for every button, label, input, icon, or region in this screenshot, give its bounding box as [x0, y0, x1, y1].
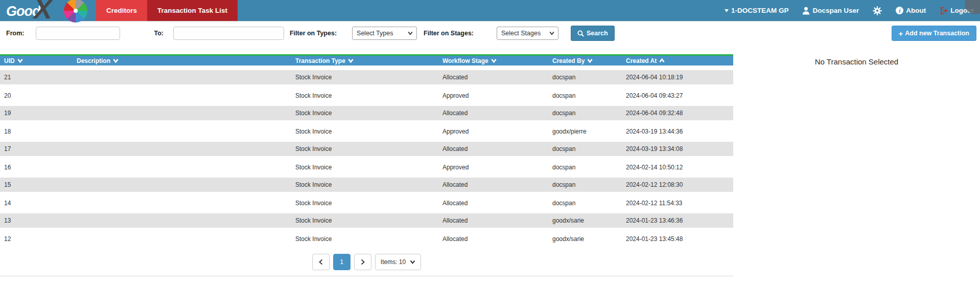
- sort-down-icon: [17, 58, 23, 63]
- table-row[interactable]: 15Stock InvoiceAllocateddocspan2024-02-1…: [0, 176, 733, 194]
- empty-state-text: No Transaction Selected: [815, 57, 898, 66]
- sort-down-icon: [491, 58, 497, 63]
- cell-stage: Approved: [438, 92, 548, 99]
- pagination: 1 Items: 10: [0, 254, 733, 270]
- add-new-transaction-button[interactable]: + Add new Transaction: [892, 26, 976, 41]
- table-row[interactable]: 21Stock InvoiceAllocateddocspan2024-06-0…: [0, 69, 733, 86]
- table-header-row: UIDDescriptionTransaction TypeWorkflow S…: [0, 54, 733, 65]
- chevron-down-icon: [410, 260, 415, 264]
- cell-type: Stock Invoice: [291, 74, 438, 81]
- column-header-created-at[interactable]: Created At: [622, 57, 733, 64]
- entity-selector[interactable]: 1-DOCSTEAM GP: [725, 7, 789, 14]
- plus-icon: +: [899, 30, 903, 37]
- column-header-uid[interactable]: UID: [0, 57, 73, 64]
- page-number-button[interactable]: 1: [333, 254, 351, 270]
- cell-created_by: goodx/sarie: [548, 235, 622, 243]
- cell-type: Stock Invoice: [291, 145, 438, 152]
- cell-stage: Allocated: [438, 200, 548, 207]
- cell-created_at: 2024-06-04 09:43:27: [622, 92, 733, 99]
- tab-transaction-task-list-label: Transaction Task List: [157, 7, 227, 14]
- table-row[interactable]: 18Stock InvoiceApprovedgoodx/pierre2024-…: [0, 122, 733, 140]
- info-icon: i: [896, 7, 903, 14]
- table-row[interactable]: 17Stock InvoiceAllocateddocspan2024-03-1…: [0, 140, 733, 158]
- cell-created_by: docspan: [548, 200, 622, 207]
- from-date-input[interactable]: [36, 27, 120, 40]
- from-label: From:: [6, 30, 24, 37]
- cell-type: Stock Invoice: [291, 110, 438, 117]
- cell-created_at: 2024-01-23 13:46:36: [622, 217, 733, 224]
- cell-stage: Approved: [438, 164, 548, 171]
- cell-uid: 19: [0, 110, 73, 117]
- top-header-bar: Good X Creditors Transaction Task List 1…: [0, 0, 980, 21]
- goodx-pinwheel-logo-icon: [64, 0, 87, 23]
- search-button-label: Search: [587, 30, 608, 37]
- cell-uid: 20: [0, 92, 73, 99]
- column-header-label: Description: [77, 57, 110, 64]
- table-row[interactable]: 16Stock InvoiceApproveddocspan2024-02-14…: [0, 158, 733, 176]
- types-select-value: Select Types: [357, 30, 393, 37]
- cell-uid: 17: [0, 145, 73, 152]
- cell-uid: 16: [0, 164, 73, 171]
- tab-creditors[interactable]: Creditors: [96, 0, 147, 21]
- stages-select-value: Select Stages: [501, 30, 541, 37]
- filter-types-label: Filter on Types:: [290, 30, 337, 37]
- chevron-down-icon: [408, 31, 413, 35]
- cell-created_at: 2024-03-19 13:34:08: [622, 145, 733, 152]
- table-row[interactable]: 13Stock InvoiceAllocatedgoodx/sarie2024-…: [0, 212, 733, 230]
- cell-created_at: 2024-03-19 13:44:36: [622, 128, 733, 135]
- cell-stage: Allocated: [438, 145, 548, 152]
- search-button[interactable]: Search: [571, 26, 615, 41]
- chevron-left-icon: [318, 259, 323, 265]
- cell-stage: Approved: [438, 128, 548, 135]
- types-select[interactable]: Select Types: [352, 27, 417, 40]
- column-header-workflow-stage[interactable]: Workflow Stage: [438, 57, 548, 64]
- cell-type: Stock Invoice: [291, 235, 438, 243]
- settings-button[interactable]: [873, 6, 882, 15]
- tab-transaction-task-list[interactable]: Transaction Task List: [147, 0, 238, 21]
- cell-created_by: docspan: [548, 145, 622, 152]
- cell-uid: 13: [0, 217, 73, 224]
- cell-uid: 14: [0, 200, 73, 207]
- cell-uid: 12: [0, 235, 73, 243]
- cell-created_by: docspan: [548, 110, 622, 117]
- column-header-label: Transaction Type: [295, 57, 345, 64]
- about-label: About: [906, 7, 926, 14]
- cell-type: Stock Invoice: [291, 128, 438, 135]
- user-menu[interactable]: Docspan User: [802, 7, 859, 15]
- column-header-description[interactable]: Description: [73, 57, 291, 64]
- about-button[interactable]: i About: [896, 7, 926, 14]
- cell-created_by: goodx/pierre: [548, 128, 622, 135]
- table-row[interactable]: 20Stock InvoiceApproveddocspan2024-06-04…: [0, 86, 733, 104]
- table-row[interactable]: 12Stock InvoiceAllocatedgoodx/sarie2024-…: [0, 230, 733, 248]
- column-header-label: Created By: [552, 57, 585, 64]
- transaction-list-panel: UIDDescriptionTransaction TypeWorkflow S…: [0, 45, 733, 276]
- panel-bottom-divider: [0, 276, 733, 276]
- column-header-transaction-type[interactable]: Transaction Type: [291, 57, 438, 64]
- to-label: To:: [154, 30, 164, 37]
- sort-down-icon: [113, 58, 119, 63]
- table-body: 21Stock InvoiceAllocateddocspan2024-06-0…: [0, 69, 733, 248]
- filter-toolbar: From: To: Filter on Types: Select Types …: [0, 21, 980, 45]
- cell-created_by: docspan: [548, 74, 622, 81]
- column-header-label: Workflow Stage: [442, 57, 488, 64]
- next-page-button[interactable]: [354, 254, 371, 270]
- entity-selector-label: 1-DOCSTEAM GP: [731, 7, 789, 14]
- current-page-label: 1: [340, 258, 343, 266]
- column-header-created-by[interactable]: Created By: [548, 57, 622, 64]
- cell-uid: 15: [0, 181, 73, 188]
- items-per-page-select[interactable]: Items: 10: [375, 254, 421, 270]
- stages-select[interactable]: Select Stages: [497, 27, 558, 40]
- to-date-input[interactable]: [173, 27, 284, 40]
- cell-type: Stock Invoice: [291, 164, 438, 171]
- cell-created_at: 2024-02-14 10:50:12: [622, 164, 733, 171]
- cell-created_at: 2024-06-04 09:32:48: [622, 110, 733, 117]
- search-icon: [577, 30, 584, 37]
- table-row[interactable]: 19Stock InvoiceAllocateddocspan2024-06-0…: [0, 104, 733, 122]
- table-row[interactable]: 14Stock InvoiceAllocateddocspan2024-02-1…: [0, 194, 733, 212]
- cell-created_by: docspan: [548, 181, 622, 188]
- cell-stage: Allocated: [438, 110, 548, 117]
- previous-page-button[interactable]: [312, 254, 330, 270]
- chevron-right-icon: [360, 259, 365, 265]
- header-right-menu: 1-DOCSTEAM GP Docspan User: [725, 0, 980, 21]
- cell-created_at: 2024-01-23 13:45:48: [622, 235, 733, 243]
